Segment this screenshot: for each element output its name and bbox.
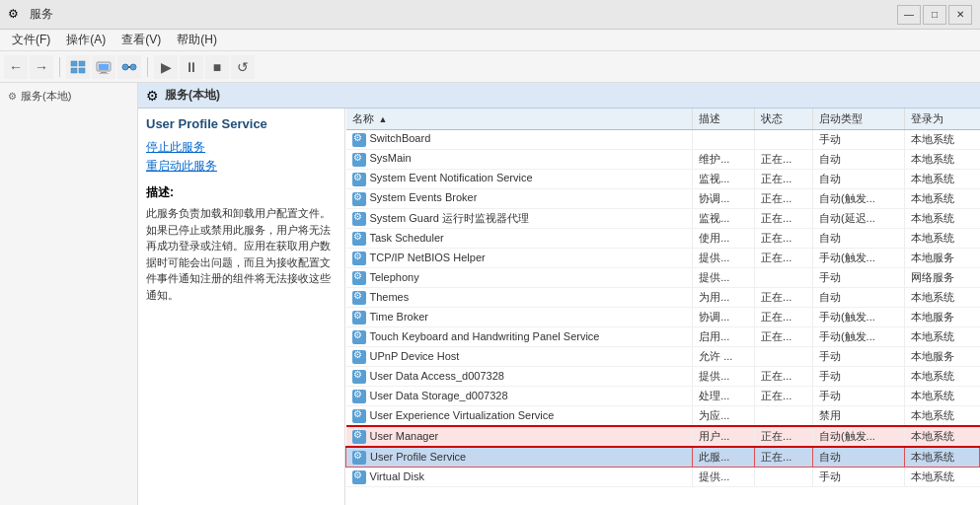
table-row[interactable]: SysMain维护...正在...自动本地系统 <box>346 150 980 170</box>
service-list-panel[interactable]: 名称 ▲ 描述 状态 启动类型 登录为 SwitchBoard手动本地系统Sys… <box>345 108 980 505</box>
title-bar-controls: — □ ✕ <box>897 5 972 25</box>
pause-button[interactable]: ⏸ <box>180 55 203 79</box>
menu-bar: 文件(F)操作(A)查看(V)帮助(H) <box>0 30 980 51</box>
service-startup-cell: 禁用 <box>812 406 904 427</box>
service-status-cell <box>755 468 813 487</box>
service-desc-cell <box>693 130 755 150</box>
table-row[interactable]: User Data Storage_d007328处理...正在...手动本地系… <box>346 387 980 406</box>
right-panel: ⚙ 服务(本地) User Profile Service 停止此服务 重启动此… <box>138 83 980 505</box>
service-icon <box>352 470 366 484</box>
service-name-cell: System Event Notification Service <box>346 170 693 189</box>
service-icon <box>352 311 366 325</box>
service-logon-cell: 网络服务 <box>905 268 980 288</box>
svg-rect-2 <box>71 68 77 73</box>
service-name-cell: User Data Access_d007328 <box>346 367 693 387</box>
table-row[interactable]: Virtual Disk提供...手动本地系统 <box>346 468 980 487</box>
local-computer-button[interactable] <box>92 55 115 79</box>
service-status-cell: 正在... <box>755 327 813 347</box>
title-bar: ⚙ 服务 — □ ✕ <box>0 0 980 30</box>
service-desc-cell: 维护... <box>693 150 755 170</box>
service-logon-cell: 本地系统 <box>905 447 980 468</box>
service-desc-cell: 使用... <box>693 229 755 249</box>
service-icon <box>352 133 366 147</box>
sidebar-item-local[interactable]: ⚙ 服务(本地) <box>4 87 133 106</box>
menu-item-a[interactable]: 操作(A) <box>58 30 113 50</box>
service-startup-cell: 自动 <box>812 170 904 189</box>
table-row[interactable]: UPnP Device Host允许 ...手动本地服务 <box>346 347 980 367</box>
stop-service-link[interactable]: 停止此服务 <box>146 139 337 156</box>
service-logon-cell: 本地系统 <box>905 209 980 229</box>
svg-rect-1 <box>79 61 85 66</box>
inner-layout: User Profile Service 停止此服务 重启动此服务 描述: 此服… <box>138 108 980 505</box>
table-row[interactable]: System Event Notification Service监视...正在… <box>346 170 980 189</box>
service-startup-cell: 自动 <box>812 150 904 170</box>
service-icon <box>352 153 366 167</box>
service-desc-cell: 用户... <box>693 426 755 447</box>
col-header-logon[interactable]: 登录为 <box>905 108 980 130</box>
table-header-row: 名称 ▲ 描述 状态 启动类型 登录为 <box>346 108 980 130</box>
service-status-cell: 正在... <box>755 447 813 468</box>
toolbar-separator-1 <box>59 57 60 77</box>
menu-item-f[interactable]: 文件(F) <box>4 30 58 50</box>
service-name-cell: System Events Broker <box>346 189 693 209</box>
col-header-name[interactable]: 名称 ▲ <box>346 108 693 130</box>
service-logon-cell: 本地服务 <box>905 347 980 367</box>
table-row[interactable]: SwitchBoard手动本地系统 <box>346 130 980 150</box>
service-status-cell <box>755 268 813 288</box>
svg-rect-3 <box>79 68 85 73</box>
table-row[interactable]: User Data Access_d007328提供...正在...手动本地系统 <box>346 367 980 387</box>
menu-item-v[interactable]: 查看(V) <box>113 30 169 50</box>
service-status-cell: 正在... <box>755 249 813 268</box>
restart-service-link[interactable]: 重启动此服务 <box>146 158 337 175</box>
service-icon <box>352 451 366 465</box>
col-header-startup[interactable]: 启动类型 <box>812 108 904 130</box>
connect-button[interactable] <box>117 55 141 79</box>
service-status-cell: 正在... <box>755 426 813 447</box>
service-logon-cell: 本地系统 <box>905 288 980 308</box>
table-row[interactable]: Task Scheduler使用...正在...自动本地系统 <box>346 229 980 249</box>
play-button[interactable]: ▶ <box>154 55 178 79</box>
menu-item-h[interactable]: 帮助(H) <box>169 30 225 50</box>
back-button[interactable]: ← <box>4 55 28 79</box>
service-desc-cell: 此服... <box>693 447 755 468</box>
minimize-button[interactable]: — <box>897 5 921 25</box>
service-startup-cell: 手动(触发... <box>812 308 904 327</box>
toolbar-separator-2 <box>147 57 148 77</box>
service-detail: User Profile Service 停止此服务 重启动此服务 描述: 此服… <box>138 108 345 505</box>
service-status-cell: 正在... <box>755 189 813 209</box>
service-logon-cell: 本地系统 <box>905 387 980 406</box>
svg-rect-0 <box>71 61 77 66</box>
service-startup-cell: 自动 <box>812 229 904 249</box>
service-icon <box>352 370 366 384</box>
stop-button[interactable]: ■ <box>205 55 229 79</box>
service-startup-cell: 手动(触发... <box>812 249 904 268</box>
app-icon: ⚙ <box>8 7 24 23</box>
service-startup-cell: 手动 <box>812 468 904 487</box>
table-row[interactable]: Themes为用...正在...自动本地系统 <box>346 288 980 308</box>
table-row[interactable]: System Events Broker协调...正在...自动(触发...本地… <box>346 189 980 209</box>
table-row[interactable]: Time Broker协调...正在...手动(触发...本地服务 <box>346 308 980 327</box>
close-button[interactable]: ✕ <box>948 5 972 25</box>
restart-button[interactable]: ↺ <box>231 55 255 79</box>
table-row[interactable]: User Manager用户...正在...自动(触发...本地系统 <box>346 426 980 447</box>
table-row[interactable]: TCP/IP NetBIOS Helper提供...正在...手动(触发...本… <box>346 249 980 268</box>
forward-button[interactable]: → <box>30 55 53 79</box>
table-row[interactable]: Touch Keyboard and Handwriting Panel Ser… <box>346 327 980 347</box>
service-desc-cell: 为应... <box>693 406 755 427</box>
svg-rect-7 <box>99 73 109 74</box>
show-all-button[interactable] <box>66 55 90 79</box>
service-name-cell: Themes <box>346 288 693 308</box>
col-header-status[interactable]: 状态 <box>755 108 813 130</box>
service-logon-cell: 本地系统 <box>905 426 980 447</box>
svg-rect-5 <box>99 64 109 70</box>
service-name-cell: Telephony <box>346 268 693 288</box>
table-row[interactable]: User Profile Service此服...正在...自动本地系统 <box>346 447 980 468</box>
table-row[interactable]: Telephony提供...手动网络服务 <box>346 268 980 288</box>
table-row[interactable]: System Guard 运行时监视器代理监视...正在...自动(延迟...本… <box>346 209 980 229</box>
col-header-desc[interactable]: 描述 <box>693 108 755 130</box>
service-startup-cell: 手动 <box>812 367 904 387</box>
maximize-button[interactable]: □ <box>923 5 946 25</box>
table-row[interactable]: User Experience Virtualization Service为应… <box>346 406 980 427</box>
title-bar-title: 服务 <box>30 6 53 23</box>
service-status-cell <box>755 347 813 367</box>
